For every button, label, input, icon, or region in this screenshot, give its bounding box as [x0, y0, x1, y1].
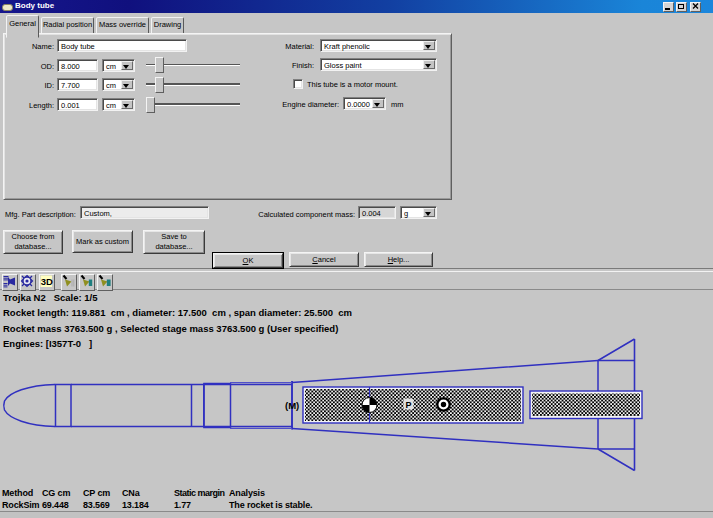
- svg-text:P: P: [406, 400, 412, 410]
- svg-text:(M): (M): [285, 400, 299, 411]
- svg-text:3D: 3D: [41, 276, 53, 287]
